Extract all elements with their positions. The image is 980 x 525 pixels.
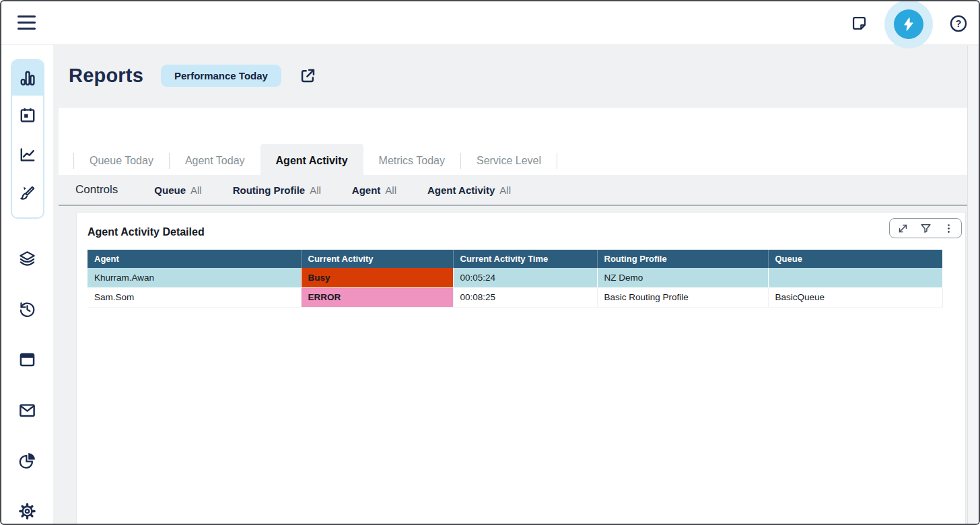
browser-window-icon [18,351,36,369]
filter-icon[interactable] [919,222,932,234]
sidebar-item-settings[interactable] [1,486,53,525]
filter-queue-name: Queue [154,184,186,196]
app-window: ? [0,0,980,525]
controls-bar: Controls QueueAll Routing ProfileAll Age… [59,175,975,206]
agent-activity-table: Agent Current Activity Current Activity … [88,250,943,308]
tab-queue-today[interactable]: Queue Today [74,147,169,175]
page-title: Reports [69,65,143,87]
mail-icon [18,401,36,419]
main-content: Reports Performance Today Queue Today Ag… [53,46,979,524]
column-header-agent[interactable]: Agent [88,250,301,268]
customize-brush-icon [19,184,36,202]
more-options-icon[interactable] [942,222,954,234]
sidebar-item-layers[interactable] [1,234,53,284]
sidebar-item-customize[interactable] [12,174,43,213]
tabs-row: Queue Today Agent Today Agent Activity M… [73,147,557,175]
tab-agent-activity[interactable]: Agent Activity [260,144,363,175]
filter-routing-profile-name: Routing Profile [233,184,306,196]
performance-today-badge[interactable]: Performance Today [161,65,281,87]
sidebar-item-history[interactable] [1,284,53,335]
filter-agent-value: All [385,184,396,196]
sidebar-item-window[interactable] [1,335,53,385]
sidebar-lower-items [1,234,53,525]
card-toolbar [889,218,962,238]
page-header: Reports Performance Today [69,65,318,87]
hamburger-menu-icon[interactable] [18,15,36,30]
bar-chart-icon [19,69,36,87]
sidebar-item-mail[interactable] [1,385,53,435]
table-row: Sam.Som ERROR 00:08:25 Basic Routing Pro… [88,287,942,307]
tab-agent-today[interactable]: Agent Today [170,147,260,175]
sidebar-item-schedule[interactable] [12,96,43,135]
settings-gear-icon [18,502,36,520]
column-header-current-activity-time[interactable]: Current Activity Time [453,250,597,268]
filter-routing-profile-value: All [310,184,321,196]
agent-activity-card: Agent Activity Detailed [76,212,966,524]
cell-queue: BasicQueue [768,287,942,307]
tab-service-level[interactable]: Service Level [461,147,557,175]
column-header-queue[interactable]: Queue [768,250,942,268]
sidebar-item-analytics[interactable] [1,435,53,486]
calendar-icon [19,106,36,124]
cell-agent: Khurram.Awan [88,268,301,287]
column-header-routing-profile[interactable]: Routing Profile [597,250,768,268]
filter-agent[interactable]: AgentAll [352,184,396,196]
cell-queue [768,268,942,287]
filter-agent-activity-value: All [499,184,511,196]
feedback-note-icon[interactable] [849,14,868,33]
top-bar: ? [1,1,979,45]
table-header-row: Agent Current Activity Current Activity … [88,250,942,268]
table-row: Khurram.Awan Busy 00:05:24 NZ Demo [88,268,942,287]
tabs-panel: Queue Today Agent Today Agent Activity M… [59,108,975,175]
line-chart-icon [19,145,36,163]
filter-agent-activity-name: Agent Activity [427,184,495,196]
history-icon [18,300,36,318]
cell-agent: Sam.Som [88,287,301,307]
svg-text:?: ? [956,18,962,28]
external-link-icon[interactable] [299,67,318,85]
cell-routing-profile: Basic Routing Profile [597,287,768,307]
topbar-actions: ? [849,1,968,45]
filter-queue-value: All [190,184,202,196]
cell-routing-profile: NZ Demo [597,268,768,287]
help-icon[interactable]: ? [949,14,968,33]
expand-icon[interactable] [897,222,909,234]
scrollbar-gutter[interactable] [967,46,979,524]
cell-current-activity: ERROR [301,287,453,307]
tab-divider [557,153,557,169]
controls-label: Controls [75,183,118,197]
filter-agent-name: Agent [352,184,381,196]
assistant-button-halo [884,0,933,48]
lightning-bolt-button[interactable] [894,9,923,39]
column-header-current-activity[interactable]: Current Activity [301,250,453,268]
filter-routing-profile[interactable]: Routing ProfileAll [233,184,321,196]
card-title: Agent Activity Detailed [88,226,205,238]
sidebar-item-reports[interactable] [12,61,43,96]
filter-agent-activity[interactable]: Agent ActivityAll [427,184,511,196]
filter-queue[interactable]: QueueAll [154,184,201,196]
cell-current-activity-time: 00:05:24 [453,268,597,287]
cell-current-activity-time: 00:08:25 [453,287,597,307]
sidebar-item-trends[interactable] [12,135,43,174]
sidebar-reports-group [11,59,44,219]
left-sidebar [1,45,53,524]
layers-icon [18,250,36,268]
cell-current-activity: Busy [301,268,453,287]
tab-metrics-today[interactable]: Metrics Today [363,147,460,175]
pie-chart-icon [18,452,36,470]
